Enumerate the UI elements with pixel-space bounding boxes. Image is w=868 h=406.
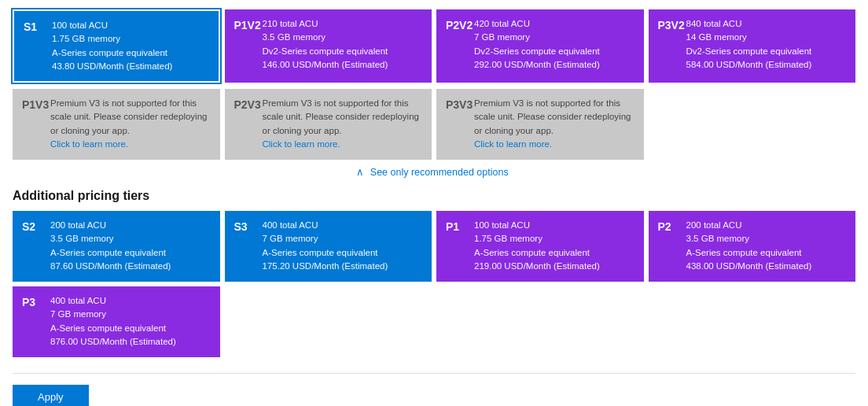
tier-label-p3v2: P3V2 (658, 17, 686, 31)
tier-details-p1v2: 210 total ACU3.5 GB memoryDv2-Series com… (263, 17, 423, 72)
tier-details-p2: 200 total ACU3.5 GB memoryA-Series compu… (686, 219, 847, 273)
tier-details-p2v2: 420 total ACU7 GB memoryDv2-Series compu… (474, 17, 634, 72)
tier-card-s2[interactable]: S2200 total ACU3.5 GB memoryA-Series com… (13, 211, 220, 282)
tier-card-s3[interactable]: S3400 total ACU7 GB memoryA-Series compu… (225, 211, 432, 282)
additional-section: Additional pricing tiers S2200 total ACU… (13, 189, 855, 357)
tier-label-s1: S1 (24, 19, 52, 33)
tier-label-p2: P2 (658, 219, 686, 233)
tier-label-p3v3: P3V3 (446, 97, 474, 111)
tier-details-s2: 200 total ACU3.5 GB memoryA-Series compu… (50, 219, 211, 273)
main-container: S1100 total ACU1.75 GB memoryA-Series co… (0, 0, 868, 406)
tier-details-p3v2: 840 total ACU14 GB memoryDv2-Series comp… (686, 17, 847, 72)
tier-card-p1v2[interactable]: P1V2210 total ACU3.5 GB memoryDv2-Series… (225, 9, 432, 83)
tier-details-s3: 400 total ACU7 GB memoryA-Series compute… (263, 219, 423, 273)
tier-label-p2v2: P2V2 (446, 17, 474, 31)
tier-label-p2v3: P2V3 (234, 97, 263, 111)
tier-label-p1: P1 (446, 219, 474, 233)
tier-card-p2v2[interactable]: P2V2420 total ACU7 GB memoryDv2-Series c… (436, 9, 644, 83)
additional-row1: S2200 total ACU3.5 GB memoryA-Series com… (13, 211, 855, 282)
see-recommended-label: See only recommended options (370, 167, 509, 178)
tier-label-s3: S3 (234, 219, 263, 233)
chevron-up-icon: ∧ (356, 167, 364, 178)
tier-details-p3v3: Premium V3 is not supported for this sca… (474, 97, 634, 151)
tier-details-p2v3: Premium V3 is not supported for this sca… (263, 97, 423, 151)
tier-label-p3: P3 (22, 294, 50, 308)
tier-learn-more-p2v3[interactable]: Click to learn more. (263, 139, 340, 149)
tier-details-p1: 100 total ACU1.75 GB memoryA-Series comp… (474, 219, 634, 273)
tier-details-s1: 100 total ACU1.75 GB memoryA-Series comp… (52, 19, 209, 73)
tier-details-p1v3: Premium V3 is not supported for this sca… (50, 97, 211, 151)
tier-card-p1[interactable]: P1100 total ACU1.75 GB memoryA-Series co… (436, 211, 644, 282)
see-recommended-toggle[interactable]: ∧ See only recommended options (13, 166, 855, 178)
tier-card-p3v2[interactable]: P3V2840 total ACU14 GB memoryDv2-Series … (649, 9, 856, 83)
tier-learn-more-p1v3[interactable]: Click to learn more. (50, 139, 128, 149)
tier-card-p2[interactable]: P2200 total ACU3.5 GB memoryA-Series com… (649, 211, 856, 282)
additional-title: Additional pricing tiers (13, 189, 855, 203)
tier-card-p3[interactable]: P3400 total ACU7 GB memoryA-Series compu… (13, 286, 220, 357)
tier-label-p1v3: P1V3 (22, 97, 50, 111)
apply-button[interactable]: Apply (13, 385, 89, 406)
empty-placeholder (649, 89, 856, 160)
unsupported-row: P1V3Premium V3 is not supported for this… (13, 89, 855, 160)
tier-card-p2v3: P2V3Premium V3 is not supported for this… (225, 89, 432, 160)
recommended-row1: S1100 total ACU1.75 GB memoryA-Series co… (13, 9, 855, 83)
tier-card-p3v3: P3V3Premium V3 is not supported for this… (436, 89, 644, 160)
tier-card-p1v3: P1V3Premium V3 is not supported for this… (13, 89, 220, 160)
tier-learn-more-p3v3[interactable]: Click to learn more. (474, 139, 552, 149)
additional-row2: P3400 total ACU7 GB memoryA-Series compu… (13, 286, 855, 357)
bottom-bar: Apply (13, 373, 855, 406)
tier-details-p3: 400 total ACU7 GB memoryA-Series compute… (50, 294, 211, 349)
tier-label-s2: S2 (22, 219, 50, 233)
tier-card-s1[interactable]: S1100 total ACU1.75 GB memoryA-Series co… (13, 9, 220, 83)
tier-label-p1v2: P1V2 (234, 17, 263, 31)
